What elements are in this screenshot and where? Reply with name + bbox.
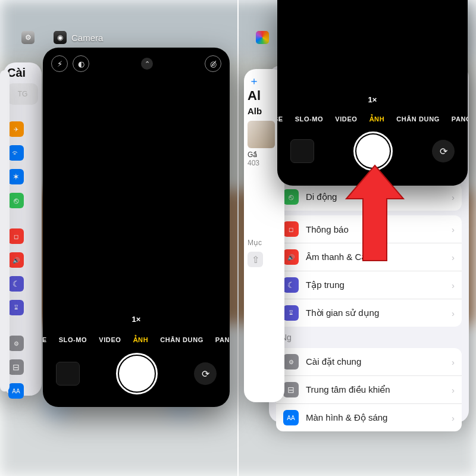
zoom-indicator[interactable]: 1× [277, 95, 468, 104]
row-icon: ◻︎ [283, 221, 299, 237]
row-label: Tập trung [306, 280, 345, 290]
camera-app-label: Camera [71, 33, 103, 43]
settings-sidebar-chip-4[interactable]: ◻︎ [8, 228, 24, 244]
flip-camera-icon[interactable]: ⟳ [432, 140, 455, 162]
chevron-up-icon[interactable]: ⌃ [141, 58, 153, 70]
settings-group-general: ⚙︎Cài đặt chung›⊟Trung tâm điều khiển›AA… [276, 348, 462, 431]
chevron-right-icon: › [452, 385, 455, 395]
camera-mode-ảnh[interactable]: ẢNH [133, 336, 149, 344]
camera-mode-carousel[interactable]: SESLO-MOVIDEOẢNHCHÂN DUNGPANO [277, 115, 468, 123]
camera-app-icon: ◉ [54, 31, 67, 44]
settings-sidebar-chip-6[interactable]: ☾ [8, 276, 24, 292]
settings-row-m-n-h-nh-s-ng[interactable]: AAMàn hình & Độ sáng› [276, 404, 462, 431]
tutorial-diptych: Cài TG ✈︎ᯤ✶⎋◻︎🔊☾⌛︎⚙︎⊟AA ⚙︎ ◉ Camera ⚡︎ ◐… [0, 0, 476, 476]
camera-mode-slo-mo[interactable]: SLO-MO [295, 115, 324, 123]
chevron-right-icon: › [452, 192, 455, 202]
settings-row-c-i-t-chung[interactable]: ⚙︎Cài đặt chung› [276, 348, 462, 376]
row-icon: ⌛︎ [283, 305, 299, 321]
camera-mode-carousel[interactable]: SESLO-MOVIDEOẢNHCHÂN DUNGPANO [43, 336, 230, 344]
settings-sidebar-chip-1[interactable]: ᯤ [8, 145, 24, 161]
shutter-button[interactable] [119, 356, 155, 392]
camera-mode-chân dung[interactable]: CHÂN DUNG [160, 336, 203, 344]
row-label: Di động [306, 192, 337, 202]
camera-mode-video[interactable]: VIDEO [99, 336, 121, 344]
switcher-header-photos-icon[interactable] [256, 31, 269, 44]
last-photo-thumb[interactable] [290, 139, 314, 163]
row-icon: ⚙︎ [283, 354, 299, 369]
settings-sidebar-chip-7[interactable]: ⌛︎ [8, 300, 24, 315]
chevron-right-icon: › [452, 357, 455, 367]
camera-topbar: ⚡︎ ◐ ⌃ ◎̸ [43, 54, 230, 74]
photos-app-icon [256, 31, 269, 44]
camera-mode-clipped[interactable]: SE [277, 115, 283, 123]
switcher-header-camera[interactable]: ◉ Camera [54, 31, 103, 44]
night-mode-icon[interactable]: ◐ [73, 55, 89, 72]
live-photo-off-icon[interactable]: ◎̸ [205, 55, 221, 72]
camera-mode-pano[interactable]: PANO [452, 115, 468, 123]
row-label: Màn hình & Độ sáng [306, 412, 387, 423]
chevron-right-icon: › [452, 252, 455, 262]
settings-sidebar-chip-9[interactable]: ⊟ [8, 359, 24, 375]
section-label-ng: Ng [269, 331, 469, 343]
settings-app-icon: ⚙︎ [21, 31, 35, 44]
row-label: Trung tâm điều khiển [306, 384, 390, 395]
settings-sidebar-chip-8[interactable]: ⚙︎ [8, 336, 24, 351]
row-label: Cài đặt chung [306, 356, 361, 367]
album-thumb[interactable] [248, 121, 275, 148]
switcher-card-sliver-left[interactable] [0, 70, 10, 392]
settings-sidebar-chip-2[interactable]: ✶ [8, 169, 24, 184]
row-icon: ☾ [283, 277, 299, 293]
flash-icon[interactable]: ⚡︎ [51, 55, 68, 72]
switcher-header-settings-icon[interactable]: ⚙︎ [21, 31, 35, 44]
camera-card-right-swiping[interactable]: 1× SESLO-MOVIDEOẢNHCHÂN DUNGPANO ⟳ [277, 0, 468, 186]
settings-profile-tile[interactable]: TG [7, 83, 38, 105]
panel-divider [237, 0, 239, 476]
chevron-right-icon: › [452, 224, 455, 234]
photos-share-icon[interactable]: ⇧ [248, 252, 263, 267]
annotation-arrow-up [339, 161, 411, 268]
zoom-indicator[interactable]: 1× [43, 315, 230, 324]
camera-card-left[interactable]: ⚡︎ ◐ ⌃ ◎̸ 1× SESLO-MOVIDEOẢNHCHÂN DUNGPA… [43, 48, 230, 407]
settings-sidebar-chip-5[interactable]: 🔊 [8, 252, 24, 268]
section-label-muc: Mục [244, 239, 284, 247]
settings-sidebar-chip-10[interactable]: AA [8, 383, 24, 399]
row-icon: ⎋ [283, 189, 299, 205]
settings-row-t-p-trung[interactable]: ☾Tập trung› [276, 271, 462, 299]
camera-mode-ảnh[interactable]: ẢNH [369, 115, 385, 123]
camera-mode-slo-mo[interactable]: SLO-MO [59, 336, 87, 344]
row-icon: ⊟ [283, 382, 299, 397]
settings-row-th-i-gian-s-d-ng[interactable]: ⌛︎Thời gian sử dụng› [276, 299, 462, 327]
camera-mode-clipped[interactable]: SE [43, 336, 47, 344]
camera-mode-pano[interactable]: PANO [215, 336, 230, 344]
last-photo-thumb[interactable] [56, 362, 80, 386]
row-icon: 🔊 [283, 249, 299, 265]
settings-sidebar-chip-3[interactable]: ⎋ [8, 193, 24, 208]
settings-row-trung-t-m-i-u-khi-n[interactable]: ⊟Trung tâm điều khiển› [276, 376, 462, 404]
row-label: Thời gian sử dụng [306, 308, 379, 318]
settings-sidebar-chip-0[interactable]: ✈︎ [8, 121, 24, 137]
row-icon: AA [283, 410, 299, 425]
chevron-right-icon: › [452, 280, 455, 290]
chevron-right-icon: › [452, 413, 455, 423]
flip-camera-icon[interactable]: ⟳ [194, 362, 217, 385]
camera-mode-video[interactable]: VIDEO [335, 115, 357, 123]
chevron-right-icon: › [452, 308, 455, 318]
camera-mode-chân dung[interactable]: CHÂN DUNG [396, 115, 440, 123]
camera-shutter-row: ⟳ [43, 356, 230, 392]
